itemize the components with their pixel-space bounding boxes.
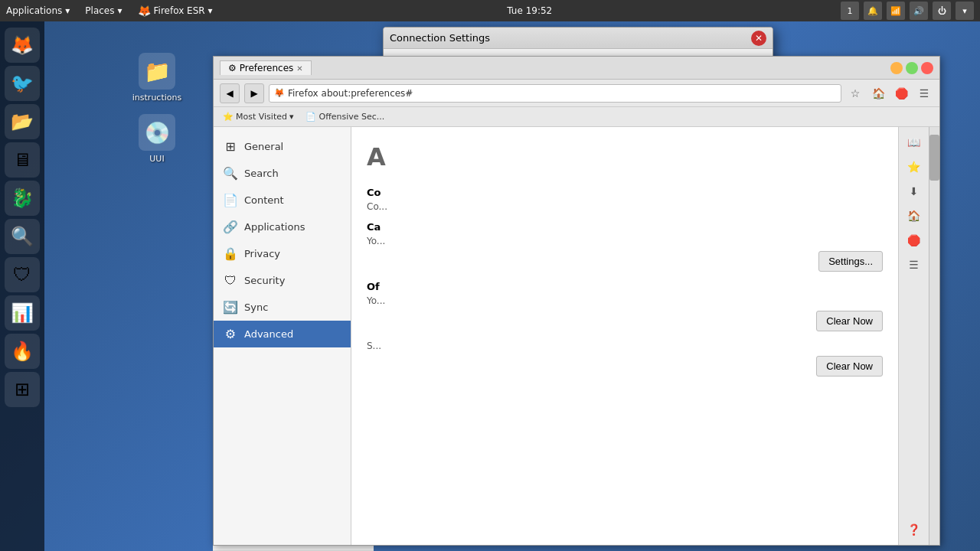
s-section: S... Clear Now bbox=[367, 341, 883, 377]
sync-toolbar-icon[interactable]: 🏠 bbox=[905, 207, 923, 225]
hamburger-icon[interactable]: ☰ bbox=[905, 256, 923, 274]
download-icon[interactable]: ⬇ bbox=[905, 182, 923, 201]
dock-search[interactable]: 🔍 bbox=[5, 219, 40, 254]
sidebar-item-sync[interactable]: 🔄 Sync bbox=[214, 294, 351, 321]
uui-label: UUI bbox=[149, 154, 164, 164]
dock-files[interactable]: 📂 bbox=[5, 104, 40, 139]
offensive-sec-label: Offensive Sec... bbox=[318, 112, 384, 122]
home-icon[interactable]: 🏠 bbox=[869, 84, 887, 103]
co-text: Co... bbox=[367, 201, 883, 212]
maximize-btn[interactable] bbox=[906, 62, 918, 74]
yo-text: Yo... bbox=[367, 236, 883, 246]
co-label: Co bbox=[367, 187, 883, 198]
sidebar-item-search[interactable]: 🔍 Search bbox=[214, 160, 351, 187]
content-label: Content bbox=[244, 194, 284, 206]
back-button[interactable]: ◀ bbox=[220, 83, 240, 103]
dock-firefox[interactable]: 🦊 bbox=[5, 28, 40, 63]
security-label: Security bbox=[244, 275, 285, 286]
sync-label: Sync bbox=[244, 302, 268, 313]
desktop: Applications ▾ Places ▾ 🦊 Firefox ESR ▾ … bbox=[0, 0, 980, 551]
places-chevron-icon: ▾ bbox=[118, 5, 122, 16]
of-label: Of bbox=[367, 281, 883, 292]
forward-button[interactable]: ▶ bbox=[244, 83, 264, 103]
volume-icon[interactable]: 🔊 bbox=[910, 2, 928, 20]
dock-thunderbird[interactable]: 🐦 bbox=[5, 66, 40, 101]
sidebar-item-security[interactable]: 🛡 Security bbox=[214, 267, 351, 294]
desktop-icon-instructions[interactable]: 📁 instructions bbox=[126, 50, 188, 106]
url-bar[interactable]: 🦊 Firefox about:preferences# bbox=[269, 84, 841, 103]
dock-stats[interactable]: 📊 bbox=[5, 295, 40, 331]
ff-right-toolbar: 📖 ⭐ ⬇ 🏠 🛑 ☰ ❓ bbox=[898, 127, 929, 545]
dock-burp[interactable]: 🔥 bbox=[5, 334, 40, 369]
prefs-content: ⊞ General 🔍 Search 📄 Content 🔗 Applicati… bbox=[214, 127, 939, 545]
dock-terminal[interactable]: 🖥 bbox=[5, 142, 40, 178]
desktop-icon-uui[interactable]: 💿 UUI bbox=[126, 111, 188, 167]
general-icon: ⊞ bbox=[223, 139, 238, 154]
browser-label: Firefox ESR bbox=[154, 5, 205, 16]
taskbar-top: Applications ▾ Places ▾ 🦊 Firefox ESR ▾ … bbox=[0, 0, 980, 21]
alert-icon[interactable]: 🛑 bbox=[905, 231, 923, 249]
dialog-close-button[interactable]: ✕ bbox=[751, 31, 766, 46]
ca-label: Ca bbox=[367, 221, 883, 233]
prefs-tab-close[interactable]: ✕ bbox=[296, 64, 302, 73]
prefs-tab-label: Preferences bbox=[240, 63, 294, 73]
browser-menu[interactable]: 🦊 Firefox ESR ▾ bbox=[132, 5, 219, 17]
clear-now-button-2[interactable]: Clear Now bbox=[816, 356, 883, 377]
prefs-titlebar: ⚙ Preferences ✕ bbox=[214, 57, 939, 80]
bookmark-icon[interactable]: ☆ bbox=[846, 84, 864, 103]
yo2-text: Yo... bbox=[367, 295, 883, 306]
sidebar-item-privacy[interactable]: 🔒 Privacy bbox=[214, 240, 351, 267]
advanced-icon: ⚙ bbox=[223, 327, 238, 341]
sidebar-item-general[interactable]: ⊞ General bbox=[214, 133, 351, 160]
notification-icon[interactable]: 🔔 bbox=[864, 2, 882, 20]
browser-icon: 🦊 bbox=[138, 5, 151, 17]
bookmark-star-icon[interactable]: ⭐ bbox=[905, 158, 923, 176]
dock-grid[interactable]: ⊞ bbox=[5, 372, 40, 407]
most-visited-icon: ⭐ bbox=[223, 112, 234, 122]
advanced-label: Advanced bbox=[244, 328, 293, 340]
url-text: Firefox about:preferences# bbox=[288, 88, 413, 99]
dialog-title: Connection Settings bbox=[390, 32, 490, 44]
content-icon: 📄 bbox=[223, 193, 238, 207]
privacy-icon: 🔒 bbox=[223, 246, 238, 261]
places-menu[interactable]: Places ▾ bbox=[79, 5, 128, 16]
search-label: Search bbox=[244, 168, 279, 179]
workspace-indicator[interactable]: 1 bbox=[841, 2, 859, 20]
applications-menu[interactable]: Applications ▾ bbox=[0, 5, 76, 16]
dock-kali[interactable]: 🐉 bbox=[5, 181, 40, 216]
most-visited-label: Most Visited bbox=[236, 112, 287, 122]
sidebar-item-applications[interactable]: 🔗 Applications bbox=[214, 214, 351, 240]
bookmark-offensive-sec[interactable]: 📄 Offensive Sec... bbox=[302, 110, 387, 123]
settings-button[interactable]: Settings... bbox=[818, 251, 883, 272]
prefs-main: A Co Co... Ca Yo... Settings... Of Yo... bbox=[351, 127, 898, 545]
clear-now-button-1[interactable]: Clear Now bbox=[816, 311, 883, 331]
scrollbar-thumb[interactable] bbox=[929, 135, 939, 181]
prefs-tab[interactable]: ⚙ Preferences ✕ bbox=[220, 60, 312, 75]
close-btn[interactable] bbox=[921, 62, 933, 74]
prefs-scrollbar[interactable] bbox=[929, 127, 939, 545]
wifi-icon[interactable]: 📶 bbox=[887, 2, 905, 20]
s-text: S... bbox=[367, 341, 883, 351]
prefs-navbar: ◀ ▶ 🦊 Firefox about:preferences# ☆ 🏠 🛑 ☰ bbox=[214, 80, 939, 107]
sidebar-item-advanced[interactable]: ⚙ Advanced bbox=[214, 321, 351, 347]
help-circle-icon[interactable]: ❓ bbox=[905, 520, 923, 539]
sidebar-item-content[interactable]: 📄 Content bbox=[214, 187, 351, 214]
browser-chevron-icon: ▾ bbox=[208, 5, 213, 16]
datetime: Tue 19:52 bbox=[507, 5, 552, 16]
bookmark-most-visited[interactable]: ⭐ Most Visited ▾ bbox=[220, 110, 296, 123]
stop-icon[interactable]: 🛑 bbox=[892, 84, 910, 103]
system-menu-icon[interactable]: ▾ bbox=[956, 2, 974, 20]
applications-label: Applications bbox=[6, 5, 62, 16]
preferences-window: ⚙ Preferences ✕ ◀ ▶ 🦊 Firefox about:pref… bbox=[213, 56, 940, 546]
dock-shield[interactable]: 🛡 bbox=[5, 257, 40, 292]
section-title: A bbox=[367, 142, 883, 171]
left-dock: 🦊 🐦 📂 🖥 🐉 🔍 🛡 📊 🔥 ⊞ bbox=[0, 21, 44, 551]
menu-icon[interactable]: ☰ bbox=[915, 84, 933, 103]
browser-icon-sm: 🦊 bbox=[274, 88, 285, 98]
bookmarks-bar: ⭐ Most Visited ▾ 📄 Offensive Sec... bbox=[214, 107, 939, 127]
dialog-titlebar: Connection Settings ✕ bbox=[384, 28, 773, 49]
offensive-sec-icon: 📄 bbox=[305, 112, 316, 122]
reader-icon[interactable]: 📖 bbox=[905, 133, 923, 152]
power-icon[interactable]: ⏻ bbox=[933, 2, 951, 20]
minimize-btn[interactable] bbox=[890, 62, 903, 74]
